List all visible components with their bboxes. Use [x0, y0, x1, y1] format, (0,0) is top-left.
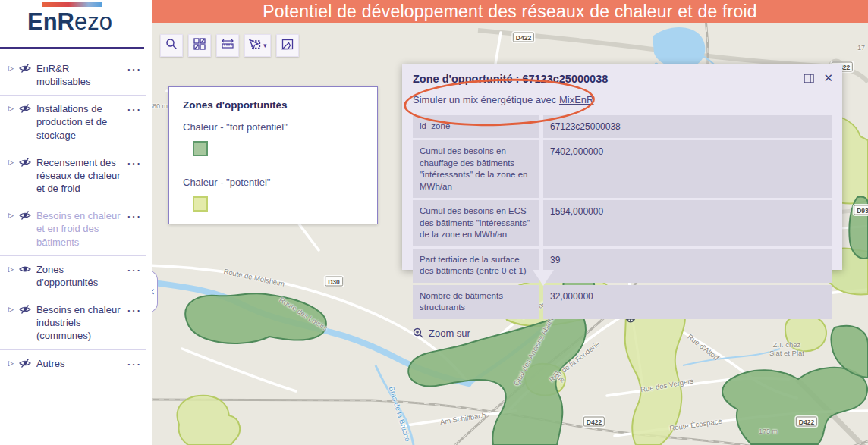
- layer-options-icon[interactable]: ···: [127, 264, 142, 277]
- attribute-value: 39: [543, 249, 832, 283]
- visibility-off-icon[interactable]: [19, 63, 31, 76]
- layer-sidebar: EnRezo ▷EnR&R mobilisables···▷Installati…: [0, 0, 152, 445]
- dock-icon[interactable]: [804, 74, 814, 83]
- search-icon: [165, 38, 178, 53]
- legend-item-chaleur-fort-potentiel: Chaleur - "fort potentiel": [183, 121, 363, 156]
- attribute-label: Nombre de bâtiments structurants: [413, 285, 539, 319]
- expand-arrow-icon[interactable]: ▷: [8, 306, 14, 315]
- road-shield-d422: D422: [513, 33, 534, 42]
- sidebar-item-zones-opportunites: ▷Zones d'opportunités···: [0, 256, 146, 296]
- layer-options-icon[interactable]: ···: [127, 304, 142, 317]
- road-shield-d30: D30: [325, 277, 343, 287]
- layer-label: Recensement des réseaux de chaleur et de…: [36, 156, 122, 195]
- zoom-in-icon: [413, 327, 423, 338]
- popup-title: Zone d'opportunité : 67123c25000038: [413, 73, 804, 85]
- map-canvas[interactable]: D422D422D30D30D30D93D93D30D422D422 380 m…: [152, 23, 868, 445]
- attribute-label: Cumul des besoins en ECS des bâtiments "…: [413, 200, 539, 246]
- select-icon: [248, 39, 261, 53]
- visibility-off-icon[interactable]: [19, 210, 31, 223]
- sidebar-item-besoins-chaleur-industriels: ▷Besoins en chaleur industriels (commune…: [0, 296, 146, 349]
- layer-label: Autres: [36, 357, 122, 370]
- legend-swatch: [193, 196, 208, 212]
- sketch-icon: [281, 39, 294, 53]
- attribute-value: 32,000000: [543, 285, 832, 319]
- attribute-value: 1594,000000: [543, 200, 832, 246]
- expand-arrow-icon[interactable]: ▷: [8, 359, 14, 368]
- logo-bold-part: EnR: [27, 8, 74, 35]
- attribute-label: Cumul des besoins en chauffage des bâtim…: [413, 140, 539, 198]
- visibility-off-icon[interactable]: [19, 358, 31, 371]
- expand-arrow-icon[interactable]: ▷: [8, 105, 14, 114]
- table-row: id_zone67123c25000038: [413, 115, 832, 138]
- sidebar-item-recensement-reseaux: ▷Recensement des réseaux de chaleur et d…: [0, 149, 146, 202]
- road-shield-d93: D93: [854, 205, 868, 215]
- measure-icon: [221, 39, 234, 52]
- logo-divider: [0, 47, 144, 49]
- table-row: Nombre de bâtiments structurants32,00000…: [413, 285, 832, 319]
- mixenr-link[interactable]: MixEnR: [559, 94, 594, 105]
- basemap-gallery-icon: [193, 38, 206, 53]
- sidebar-item-installations-production-stockage: ▷Installations de production et de stock…: [0, 96, 146, 149]
- legend-item-chaleur-potentiel: Chaleur - "potentiel": [183, 177, 363, 212]
- close-icon[interactable]: ✕: [823, 73, 833, 83]
- chevron-down-icon: ▾: [263, 42, 267, 49]
- popup-subtitle: Simuler un mix énergétique avec MixEnR: [402, 85, 842, 108]
- legend-swatch: [193, 141, 208, 156]
- popup-tail: [533, 270, 554, 286]
- expand-arrow-icon[interactable]: ▷: [8, 212, 14, 221]
- layer-label: Besoins en chaleur et en froid des bâtim…: [36, 209, 122, 248]
- popup: Zone d'opportunité : 67123c25000038 ✕ Si…: [402, 64, 842, 270]
- zoom-to-label: Zoom sur: [429, 327, 470, 339]
- sidebar-item-autres: ▷Autres···: [0, 350, 146, 378]
- banner-title: Potentiel de développement des réseaux d…: [152, 0, 868, 23]
- layer-label: Zones d'opportunités: [36, 263, 122, 289]
- legend-item-label: Chaleur - "fort potentiel": [183, 121, 363, 133]
- table-row: Cumul des besoins en ECS des bâtiments "…: [413, 200, 832, 246]
- layer-options-icon[interactable]: ···: [127, 210, 142, 223]
- sidebar-item-enrr-mobilisables: ▷EnR&R mobilisables···: [0, 55, 146, 96]
- attribute-label: Part tertiaire de la surface des bâtimen…: [413, 249, 539, 283]
- visibility-on-icon[interactable]: [19, 264, 31, 277]
- legend-title: Zones d'opportunités: [183, 99, 363, 111]
- layer-options-icon[interactable]: ···: [127, 157, 142, 170]
- visibility-off-icon[interactable]: [19, 103, 31, 116]
- layer-list: ▷EnR&R mobilisables···▷Installations de …: [0, 55, 146, 378]
- layer-options-icon[interactable]: ···: [127, 358, 142, 371]
- measure-tool-button[interactable]: [216, 34, 239, 57]
- attribute-table: id_zone67123c25000038Cumul des besoins e…: [413, 115, 832, 319]
- logo-light-part: ezo: [74, 8, 112, 35]
- table-row: Cumul des besoins en chauffage des bâtim…: [413, 140, 832, 198]
- zoom-to-action[interactable]: Zoom sur: [402, 319, 842, 347]
- road-shield-d422: D422: [583, 417, 605, 427]
- enrezo-logo: EnRezo: [27, 8, 112, 36]
- layer-label: EnR&R mobilisables: [36, 62, 122, 88]
- logo-gradient-bar: [42, 2, 102, 7]
- map-toolbar: ▾: [160, 34, 299, 57]
- sidebar-item-besoins-chaleur-froid-batiments: ▷Besoins en chaleur et en froid des bâti…: [0, 202, 146, 255]
- expand-arrow-icon[interactable]: ▷: [8, 158, 14, 168]
- table-row: Part tertiaire de la surface des bâtimen…: [413, 249, 832, 283]
- layer-label: Besoins en chaleur industriels (communes…: [36, 303, 122, 342]
- basemap-gallery-tool-button[interactable]: [188, 34, 211, 57]
- layer-options-icon[interactable]: ···: [127, 63, 142, 76]
- legend-panel: Zones d'opportunités Chaleur - "fort pot…: [168, 86, 378, 224]
- layer-options-icon[interactable]: ···: [127, 103, 142, 116]
- sketch-tool-button[interactable]: [276, 34, 299, 57]
- attribute-value: 67123c25000038: [543, 115, 832, 138]
- expand-arrow-icon[interactable]: ▷: [8, 265, 14, 274]
- attribute-value: 7402,000000: [543, 140, 832, 198]
- enrezo-app: Potentiel de développement des réseaux d…: [0, 0, 868, 445]
- select-tool-button[interactable]: ▾: [244, 34, 271, 57]
- search-tool-button[interactable]: [160, 34, 183, 57]
- popup-subtitle-text: Simuler un mix énergétique avec: [413, 94, 559, 105]
- layer-label: Installations de production et de stocka…: [36, 102, 122, 141]
- legend-item-label: Chaleur - "potentiel": [183, 177, 363, 188]
- visibility-off-icon[interactable]: [19, 157, 31, 170]
- attribute-label: id_zone: [413, 115, 539, 138]
- expand-arrow-icon[interactable]: ▷: [8, 64, 14, 74]
- visibility-off-icon[interactable]: [19, 304, 31, 317]
- road-shield-d422: D422: [796, 417, 817, 427]
